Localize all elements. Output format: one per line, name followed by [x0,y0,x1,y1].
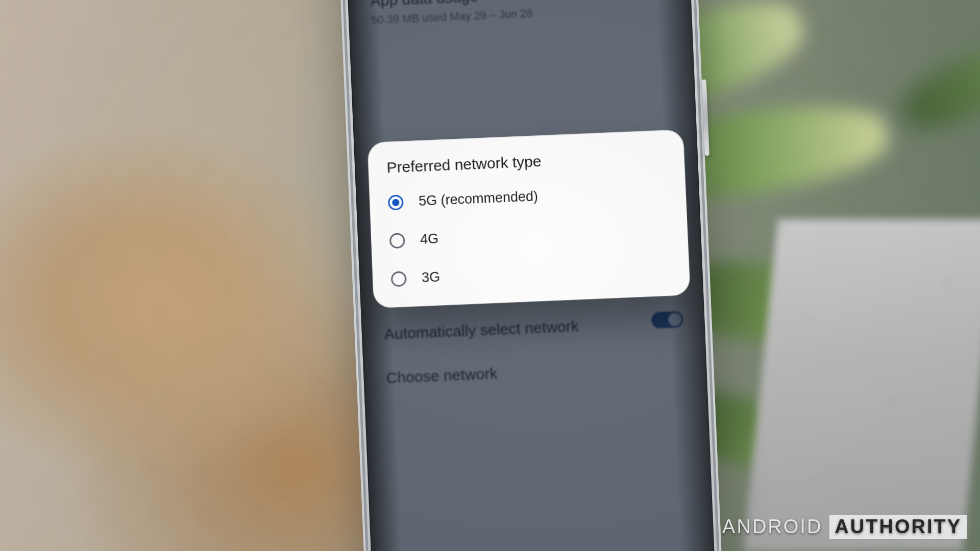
curved-edge-shade [344,0,718,551]
settings-row-date: 2021-09-30 [359,255,703,288]
auto-select-network-toggle[interactable] [651,311,683,329]
watermark-left: ANDROID [722,516,822,538]
radio-icon[interactable] [388,194,404,210]
plant-stand [743,219,980,551]
phone-screen: Roaming Connect to data services when ro… [344,0,718,551]
radio-icon[interactable] [391,271,407,287]
leaf-decor [534,0,813,146]
option-label: 4G [420,231,439,247]
settings-row-auto-select-network[interactable]: Automatically select network [361,299,705,357]
network-option-3g[interactable]: 3G [387,248,675,298]
phone: Roaming Connect to data services when ro… [336,0,725,551]
settings-row-choose-network[interactable]: Choose network [363,343,707,401]
modal-scrim[interactable] [344,0,718,551]
network-option-4g[interactable]: 4G [386,210,673,260]
network-option-5g[interactable]: 5G (recommended) [384,172,671,222]
preferred-network-type-dialog: Preferred network type 5G (recommended) … [368,130,691,309]
row-subtitle: 50.39 MB used May 29 – Jun 28 [371,1,670,27]
watermark-right: AUTHORITY [829,515,967,539]
option-label: 3G [422,269,440,286]
leaf-decor [635,252,907,356]
settings-page: Roaming Connect to data services when ro… [344,0,718,551]
row-title: Automatically select network [384,313,682,343]
radio-icon[interactable] [389,233,405,248]
row-title: App data usage [370,0,669,10]
photo-backdrop: Roaming Connect to data services when ro… [0,0,980,551]
row-subtitle: 2021-09-30 [382,256,680,282]
leaf-decor [628,373,852,489]
option-label: 5G (recommended) [419,188,538,209]
row-title: Choose network [386,357,684,387]
section-header-network: Network [360,273,704,313]
watermark: ANDROID AUTHORITY [722,515,967,539]
dialog-title: Preferred network type [386,147,666,177]
leaf-decor [893,36,980,143]
leaf-decor [598,93,893,213]
settings-row-app-data-usage[interactable]: App data usage 50.39 MB used May 29 – Ju… [347,0,692,41]
